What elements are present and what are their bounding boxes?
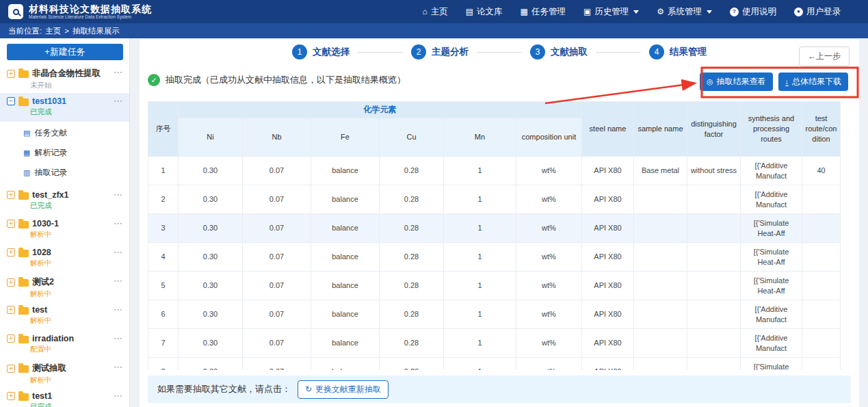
expand-icon[interactable]: + bbox=[7, 392, 15, 400]
extraction-records-icon: ▥ bbox=[23, 169, 30, 176]
more-menu-icon[interactable]: ⋯ bbox=[114, 189, 123, 200]
nav-item-system-management[interactable]: ⚙系统管理 bbox=[657, 6, 712, 18]
task-name: 测试抽取 bbox=[32, 363, 66, 374]
sidebar-subitem[interactable]: ▥抽取记录 bbox=[0, 163, 129, 183]
table-cell: balance bbox=[311, 300, 380, 329]
tasks-icon: ▦ bbox=[521, 8, 528, 16]
sidebar-subitem[interactable]: ▤任务文献 bbox=[0, 123, 129, 143]
step-4[interactable]: 4结果管理 bbox=[649, 44, 707, 60]
table-cell bbox=[634, 272, 687, 300]
step-connector bbox=[358, 52, 403, 53]
sidebar-task-item[interactable]: −test1031⋯已完成 bbox=[0, 93, 129, 122]
table-row[interactable]: 20.300.07balance0.281wt%API X80[{'Additi… bbox=[148, 185, 841, 214]
nav-item-label: 任务管理 bbox=[531, 6, 566, 18]
sidebar-task-item[interactable]: +irradiation⋯配置中 bbox=[0, 330, 129, 359]
sidebar-task-item[interactable]: +1030-1⋯解析中 bbox=[0, 215, 129, 244]
history-icon: ▣ bbox=[583, 8, 591, 16]
more-menu-icon[interactable]: ⋯ bbox=[114, 391, 123, 401]
nav-item-paper-library[interactable]: ▤论文库 bbox=[466, 6, 503, 18]
nav-item-user-login[interactable]: ●用户登录 bbox=[794, 6, 841, 18]
col-header: synthesis and processing routes bbox=[741, 102, 802, 157]
download-results-button[interactable]: ↓ 总体结果下载 bbox=[778, 73, 849, 91]
subitem-label: 任务文献 bbox=[34, 127, 67, 139]
task-status: 已完成 bbox=[30, 402, 124, 407]
table-row[interactable]: 80.300.07balance0.281wt%API X80[{'Simula… bbox=[148, 358, 841, 371]
task-status: 解析中 bbox=[30, 259, 124, 268]
more-menu-icon[interactable]: ⋯ bbox=[114, 218, 123, 228]
breadcrumb-home-link[interactable]: 主页 bbox=[45, 26, 61, 36]
subitem-label: 解析记录 bbox=[34, 147, 67, 159]
table-cell: API X80 bbox=[582, 243, 634, 272]
download-icon: ↓ bbox=[785, 78, 789, 86]
step-3[interactable]: 3文献抽取 bbox=[530, 44, 588, 60]
table-row[interactable]: 50.300.07balance0.281wt%API X80[{'Simula… bbox=[148, 272, 841, 300]
expand-icon[interactable]: + bbox=[7, 70, 15, 78]
nav-item-home[interactable]: ⌂主页 bbox=[422, 6, 447, 18]
folder-icon bbox=[18, 192, 29, 200]
sidebar-task-item[interactable]: +test_zfx1⋯已完成 bbox=[0, 187, 129, 215]
folder-icon bbox=[18, 393, 29, 401]
more-menu-icon[interactable]: ⋯ bbox=[114, 276, 123, 286]
result-actions: ◎ 抽取结果查看 ↓ 总体结果下载 bbox=[700, 73, 848, 91]
nav-item-task-management[interactable]: ▦任务管理 bbox=[521, 6, 566, 18]
more-menu-icon[interactable]: ⋯ bbox=[114, 362, 123, 372]
expand-icon[interactable]: + bbox=[7, 220, 15, 228]
expand-icon[interactable]: + bbox=[7, 365, 15, 373]
table-row[interactable]: 70.300.07balance0.281wt%API X80[{'Additi… bbox=[148, 329, 841, 358]
task-row: −test1031 bbox=[7, 96, 124, 106]
step-2[interactable]: 2主题分析 bbox=[411, 44, 469, 60]
sidebar-task-item[interactable]: +test⋯解析中 bbox=[0, 302, 129, 330]
sidebar-task-item[interactable]: +1028⋯解析中 bbox=[0, 244, 129, 273]
step-1[interactable]: 1文献选择 bbox=[292, 44, 350, 60]
table-row[interactable]: 30.300.07balance0.281wt%API X80[{'Simula… bbox=[148, 214, 841, 243]
table-cell: balance bbox=[311, 358, 380, 371]
col-header-element: Nb bbox=[243, 118, 311, 157]
sidebar-task-item[interactable]: +非晶合金物性提取⋯未开始 bbox=[0, 64, 129, 93]
task-name: test_zfx1 bbox=[32, 190, 69, 200]
task-row: +1028 bbox=[7, 248, 124, 257]
sidebar-task-item[interactable]: +测试抽取⋯解析中 bbox=[0, 359, 129, 388]
rerun-extraction-button[interactable]: ↻ 更换文献重新抽取 bbox=[298, 380, 389, 399]
results-table-container[interactable]: 序号化学元素steel namesample namedistinguishin… bbox=[148, 101, 851, 370]
nav-item-history-management[interactable]: ▣历史管理 bbox=[583, 6, 639, 18]
previous-step-button[interactable]: ←上一步 bbox=[799, 47, 850, 66]
task-name: test1 bbox=[32, 391, 52, 401]
gear-icon: ⚙ bbox=[657, 8, 664, 16]
table-cell: 2 bbox=[148, 185, 179, 214]
table-row[interactable]: 40.300.07balance0.281wt%API X80[{'Simula… bbox=[148, 243, 841, 272]
more-menu-icon[interactable]: ⋯ bbox=[114, 304, 123, 315]
expand-icon[interactable]: + bbox=[7, 334, 15, 343]
table-cell: wt% bbox=[516, 358, 582, 371]
expand-icon[interactable]: + bbox=[7, 306, 15, 314]
expand-icon[interactable]: + bbox=[7, 248, 15, 257]
main-content: 1文献选择2主题分析3文献抽取4结果管理 ←上一步 ✓ 抽取完成（已成功从文献中… bbox=[130, 38, 868, 407]
task-name: 非晶合金物性提取 bbox=[32, 68, 101, 79]
table-cell: 1 bbox=[148, 157, 179, 185]
sidebar-task-item[interactable]: +test1⋯已完成 bbox=[0, 388, 129, 407]
sidebar-subitem[interactable]: ▦解析记录 bbox=[0, 143, 129, 163]
table-row[interactable]: 10.300.07balance0.281wt%API X80Base meta… bbox=[148, 157, 841, 185]
collapse-icon[interactable]: − bbox=[7, 97, 15, 105]
table-cell: 6 bbox=[148, 300, 179, 329]
table-row[interactable]: 60.300.07balance0.281wt%API X80[{'Additi… bbox=[148, 300, 841, 329]
table-cell: [{'Additive Manufact bbox=[741, 300, 802, 329]
new-task-button[interactable]: +新建任务 bbox=[7, 44, 123, 60]
content-card: 1文献选择2主题分析3文献抽取4结果管理 ←上一步 ✓ 抽取完成（已成功从文献中… bbox=[140, 40, 859, 407]
step-number: 1 bbox=[292, 44, 307, 60]
sidebar-task-item[interactable]: +测试2⋯解析中 bbox=[0, 273, 129, 302]
more-menu-icon[interactable]: ⋯ bbox=[114, 96, 123, 106]
more-menu-icon[interactable]: ⋯ bbox=[114, 333, 123, 343]
task-list: +非晶合金物性提取⋯未开始−test1031⋯已完成▤任务文献▦解析记录▥抽取记… bbox=[0, 64, 129, 407]
expand-icon[interactable]: + bbox=[7, 278, 15, 287]
expand-icon[interactable]: + bbox=[7, 191, 15, 199]
refresh-icon: ↻ bbox=[305, 384, 312, 394]
more-menu-icon[interactable]: ⋯ bbox=[114, 247, 123, 257]
more-menu-icon[interactable]: ⋯ bbox=[114, 67, 123, 77]
chevron-down-icon bbox=[707, 10, 712, 14]
nav-item-instructions[interactable]: ?使用说明 bbox=[730, 6, 776, 18]
table-cell: 0.28 bbox=[380, 300, 444, 329]
table-cell: API X80 bbox=[582, 358, 634, 371]
app-subtitle: Materials Science Literature Data Extrac… bbox=[29, 14, 152, 19]
table-cell: [{'Additive Manufact bbox=[741, 185, 802, 214]
view-results-button[interactable]: ◎ 抽取结果查看 bbox=[700, 73, 773, 91]
